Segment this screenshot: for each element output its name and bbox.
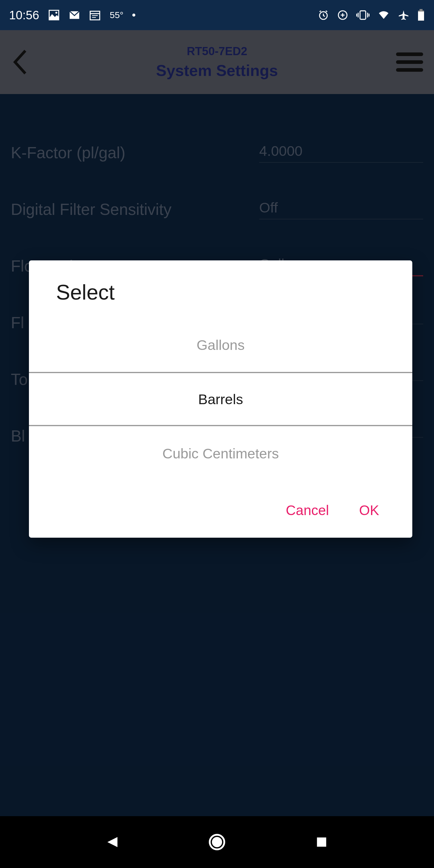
status-time: 10:56 xyxy=(9,8,39,22)
setting-value[interactable]: Off xyxy=(259,199,423,219)
setting-label: Digital Filter Sensitivity xyxy=(11,200,259,218)
data-saver-icon xyxy=(337,9,348,21)
header-center: RT50-7ED2 System Settings xyxy=(156,45,278,80)
svg-rect-9 xyxy=(360,11,366,19)
vibrate-icon xyxy=(356,9,370,21)
menu-button[interactable] xyxy=(396,53,423,72)
photos-icon xyxy=(48,9,60,21)
nav-bar xyxy=(0,816,434,868)
airplane-icon xyxy=(398,9,409,21)
svg-rect-16 xyxy=(418,11,424,21)
nav-recent-button[interactable] xyxy=(313,833,331,851)
svg-point-1 xyxy=(56,12,57,13)
svg-rect-14 xyxy=(420,9,423,10)
status-bar: 10:56 55° xyxy=(0,0,434,30)
svg-point-18 xyxy=(212,837,222,847)
calendar-icon xyxy=(89,9,101,21)
nav-back-button[interactable] xyxy=(103,833,121,851)
picker-option-prev[interactable]: Gallons xyxy=(29,318,412,372)
select-dialog: Select Gallons Barrels Cubic Centimeters… xyxy=(29,260,412,538)
status-right xyxy=(318,9,425,21)
app-header: RT50-7ED2 System Settings xyxy=(0,30,434,94)
nav-home-button[interactable] xyxy=(208,833,226,851)
setting-kfactor[interactable]: K-Factor (pl/gal) 4.0000 xyxy=(11,124,423,181)
setting-value[interactable]: 4.0000 xyxy=(259,143,423,163)
picker-option-selected[interactable]: Barrels xyxy=(29,372,412,426)
hamburger-icon xyxy=(396,53,423,56)
mail-icon xyxy=(69,9,80,21)
back-button[interactable] xyxy=(11,47,29,77)
svg-rect-19 xyxy=(317,838,326,847)
setting-filter[interactable]: Digital Filter Sensitivity Off xyxy=(11,181,423,238)
hamburger-icon xyxy=(396,68,423,72)
unit-picker[interactable]: Gallons Barrels Cubic Centimeters xyxy=(29,318,412,480)
status-left: 10:56 55° xyxy=(9,8,135,22)
dialog-title: Select xyxy=(29,260,412,318)
page-title: System Settings xyxy=(156,61,278,80)
status-dot-icon xyxy=(132,13,135,17)
setting-label: K-Factor (pl/gal) xyxy=(11,144,259,162)
alarm-icon xyxy=(318,9,329,21)
dialog-actions: Cancel OK xyxy=(29,480,412,538)
hamburger-icon xyxy=(396,60,423,64)
picker-option-next[interactable]: Cubic Centimeters xyxy=(29,426,412,480)
wifi-icon xyxy=(377,9,390,21)
cancel-button[interactable]: Cancel xyxy=(286,502,329,518)
battery-icon xyxy=(417,9,425,21)
ok-button[interactable]: OK xyxy=(359,502,379,518)
status-temp: 55° xyxy=(110,10,123,20)
device-id: RT50-7ED2 xyxy=(156,45,278,58)
